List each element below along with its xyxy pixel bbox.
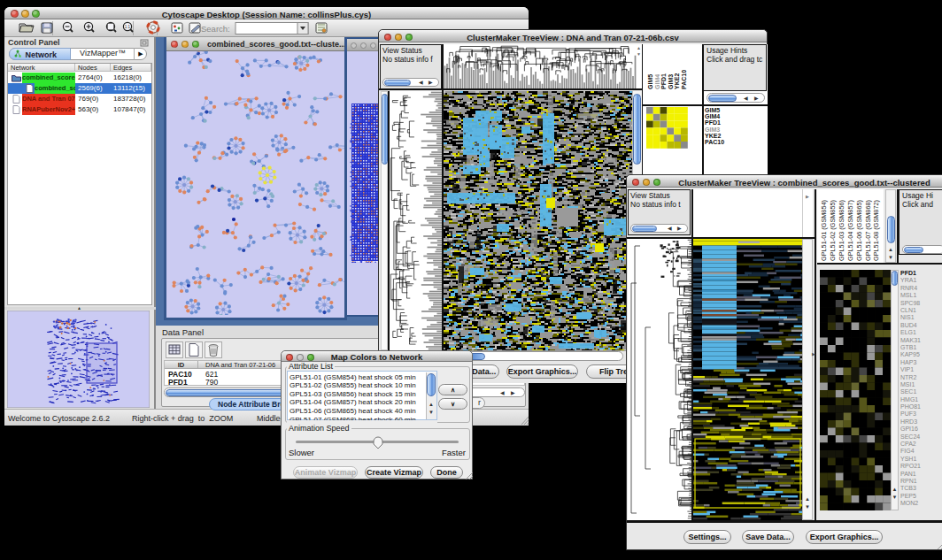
svg-text:1:1: 1:1: [125, 25, 131, 29]
